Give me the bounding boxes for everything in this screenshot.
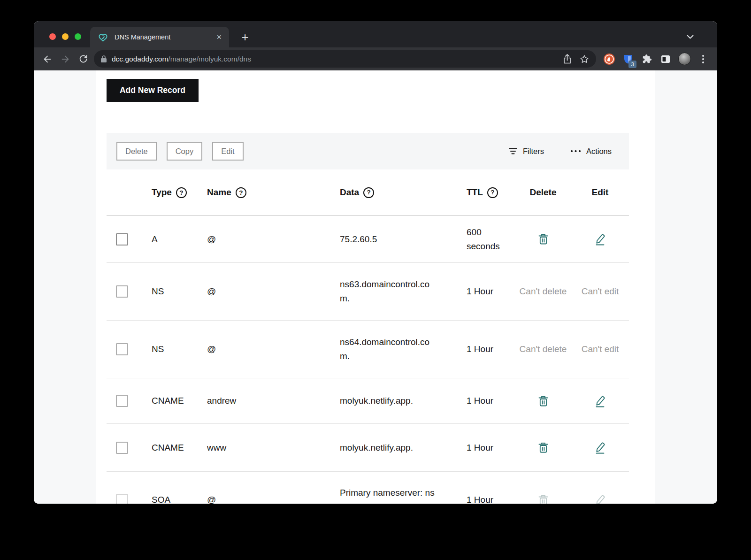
record-data: 75.2.60.5: [340, 232, 467, 246]
zoom-window-button[interactable]: [75, 33, 81, 40]
record-ttl: 1 Hour: [467, 493, 515, 504]
header-ttl: TTL: [467, 185, 483, 199]
delete-record-trash-icon[interactable]: [536, 439, 551, 456]
data-help-icon[interactable]: ?: [363, 187, 374, 198]
bookmark-star-icon[interactable]: [579, 54, 590, 64]
edit-record-pencil-icon[interactable]: [592, 439, 608, 456]
record-edit-cell: Can't edit: [571, 342, 629, 356]
table-row: NS @ ns63.domaincontrol.com. 1 Hour Can'…: [107, 263, 629, 321]
record-type: NS: [152, 286, 207, 297]
actions-label: Actions: [586, 147, 612, 156]
row-checkbox[interactable]: [116, 343, 128, 355]
forward-button: [56, 50, 74, 68]
record-data: Primary nameserver: ns63.domaincontrol.c…: [340, 486, 467, 504]
right-gutter: [655, 70, 717, 504]
table-row: NS @ ns64.domaincontrol.com. 1 Hour Can'…: [107, 321, 629, 378]
header-name: Name: [207, 187, 231, 198]
duckduckgo-extension-icon[interactable]: [600, 50, 619, 69]
reload-button[interactable]: [74, 50, 92, 68]
table-row: SOA @ Primary nameserver: ns63.domaincon…: [107, 472, 629, 504]
record-type: A: [152, 234, 207, 245]
bulk-action-bar: Delete Copy Edit Filters Actions: [107, 133, 629, 169]
record-edit-cell: [571, 439, 629, 456]
record-ttl: 1 Hour: [467, 394, 515, 408]
table-header-row: Type? Name? Data? TTL? Delete Edit: [107, 169, 629, 216]
record-edit-cell: [571, 392, 629, 410]
record-name: andrew: [207, 396, 340, 406]
delete-record-trash-icon[interactable]: [536, 231, 551, 247]
row-checkbox[interactable]: [116, 285, 128, 298]
record-ttl: 1 Hour: [467, 342, 515, 356]
header-edit: Edit: [592, 187, 609, 198]
record-ttl: 1 Hour: [467, 441, 515, 455]
table-row: CNAME www molyuk.netlify.app. 1 Hour: [107, 424, 629, 472]
record-data: ns63.domaincontrol.com.: [340, 277, 467, 306]
record-data: molyuk.netlify.app.: [340, 441, 467, 455]
row-checkbox[interactable]: [116, 442, 128, 454]
actions-button[interactable]: Actions: [570, 147, 612, 156]
profile-avatar[interactable]: [675, 50, 694, 69]
row-checkbox[interactable]: [116, 395, 128, 407]
side-panel-icon[interactable]: [656, 50, 675, 69]
delete-record-trash-icon: [536, 492, 551, 504]
minimize-window-button[interactable]: [62, 33, 69, 40]
table-row: A @ 75.2.60.5 600 seconds: [107, 216, 629, 263]
record-name: @: [207, 344, 340, 354]
dns-records-table: A @ 75.2.60.5 600 seconds NS @ ns63.doma…: [107, 216, 629, 504]
browser-window: DNS Management × + dcc.godaddy.com/manag…: [34, 21, 717, 504]
filters-button[interactable]: Filters: [508, 147, 544, 156]
url-bar[interactable]: dcc.godaddy.com/manage/molyuk.com/dns: [94, 50, 596, 68]
tab-search-chevron-icon[interactable]: [687, 32, 694, 41]
new-tab-button[interactable]: +: [238, 30, 253, 45]
row-checkbox[interactable]: [116, 494, 128, 504]
record-name: @: [207, 234, 340, 245]
traffic-lights: [49, 33, 81, 40]
record-delete-cell: [515, 492, 571, 504]
record-edit-cell: [571, 230, 629, 248]
godaddy-favicon-icon: [98, 32, 108, 42]
bulk-copy-button[interactable]: Copy: [167, 142, 203, 161]
dns-management-page: Add New Record Delete Copy Edit Filters: [34, 70, 717, 504]
type-help-icon[interactable]: ?: [176, 187, 187, 198]
record-edit-cell: [571, 491, 629, 504]
record-data: molyuk.netlify.app.: [340, 394, 467, 408]
add-new-record-button[interactable]: Add New Record: [107, 79, 199, 102]
bulk-edit-button[interactable]: Edit: [212, 142, 243, 161]
chrome-menu-kebab-icon[interactable]: [694, 50, 713, 69]
delete-record-trash-icon[interactable]: [536, 393, 551, 409]
share-icon[interactable]: [563, 54, 572, 65]
record-type: NS: [152, 344, 207, 354]
tab-close-icon[interactable]: ×: [216, 33, 222, 41]
edit-record-pencil-icon[interactable]: [592, 392, 608, 410]
bulk-delete-button[interactable]: Delete: [116, 142, 157, 161]
cant-action-label: Can't delete: [520, 342, 567, 356]
cant-action-label: Can't edit: [582, 342, 619, 356]
record-edit-cell: Can't edit: [571, 284, 629, 299]
row-checkbox[interactable]: [116, 233, 128, 245]
record-ttl: 1 Hour: [467, 284, 515, 299]
close-window-button[interactable]: [49, 33, 56, 40]
name-help-icon[interactable]: ?: [236, 187, 246, 198]
record-type: CNAME: [152, 396, 207, 406]
record-data: ns64.domaincontrol.com.: [340, 335, 467, 363]
bitwarden-extension-icon[interactable]: 3: [619, 50, 637, 69]
record-delete-cell: [515, 439, 571, 456]
bitwarden-badge: 3: [628, 61, 636, 68]
extensions-puzzle-icon[interactable]: [637, 50, 656, 69]
filters-label: Filters: [523, 147, 544, 156]
back-button[interactable]: [38, 50, 56, 68]
record-delete-cell: Can't delete: [515, 284, 571, 299]
edit-record-pencil-icon[interactable]: [592, 230, 608, 248]
header-type: Type: [152, 187, 172, 198]
extensions-row: 3: [600, 50, 713, 69]
record-delete-cell: [515, 393, 571, 409]
ttl-help-icon[interactable]: ?: [487, 187, 498, 198]
tab-dns-management[interactable]: DNS Management ×: [90, 27, 229, 47]
cant-action-label: Can't edit: [582, 284, 619, 299]
url-text[interactable]: dcc.godaddy.com/manage/molyuk.com/dns: [112, 55, 555, 63]
record-delete-cell: [515, 231, 571, 247]
record-name: www: [207, 443, 340, 453]
lock-icon[interactable]: [100, 55, 107, 63]
table-row: CNAME andrew molyuk.netlify.app. 1 Hour: [107, 378, 629, 424]
url-path: /manage/molyuk.com/dns: [168, 55, 251, 63]
